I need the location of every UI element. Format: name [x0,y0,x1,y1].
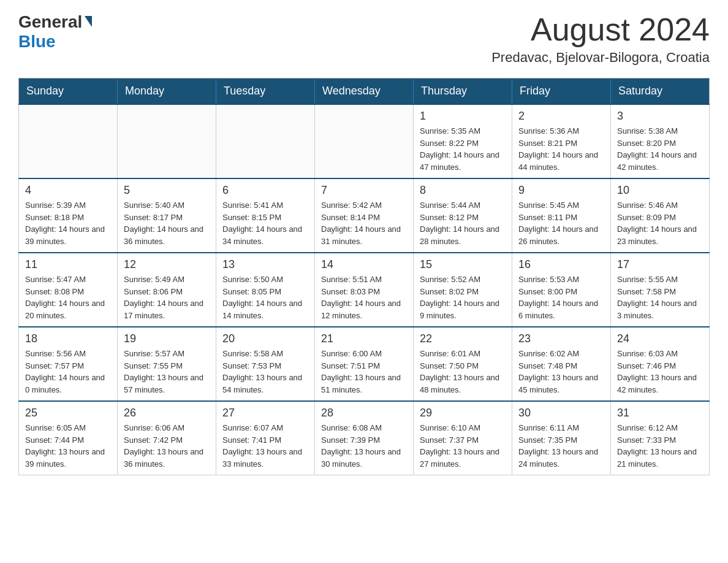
day-number: 11 [25,258,111,271]
calendar-cell [216,104,315,178]
logo: General Blue [18,12,92,52]
day-info: Sunrise: 6:02 AM Sunset: 7:48 PM Dayligh… [518,348,604,396]
calendar-cell: 4Sunrise: 5:39 AM Sunset: 8:18 PM Daylig… [19,178,118,253]
day-info: Sunrise: 5:39 AM Sunset: 8:18 PM Dayligh… [25,199,111,247]
calendar-cell [19,104,118,178]
calendar-cell: 16Sunrise: 5:53 AM Sunset: 8:00 PM Dayli… [512,253,611,327]
day-info: Sunrise: 5:36 AM Sunset: 8:21 PM Dayligh… [518,125,604,173]
day-number: 10 [617,184,703,197]
day-number: 1 [420,110,506,123]
logo-arrow-icon [85,16,92,27]
calendar-week-row: 1Sunrise: 5:35 AM Sunset: 8:22 PM Daylig… [19,104,710,178]
calendar-cell: 21Sunrise: 6:00 AM Sunset: 7:51 PM Dayli… [315,327,414,401]
day-info: Sunrise: 5:40 AM Sunset: 8:17 PM Dayligh… [124,199,210,247]
day-info: Sunrise: 6:06 AM Sunset: 7:42 PM Dayligh… [124,422,210,470]
month-title: August 2024 [491,12,710,47]
day-number: 15 [420,258,506,271]
calendar-cell: 22Sunrise: 6:01 AM Sunset: 7:50 PM Dayli… [414,327,512,401]
day-number: 7 [321,184,407,197]
calendar-cell: 24Sunrise: 6:03 AM Sunset: 7:46 PM Dayli… [611,327,710,401]
day-info: Sunrise: 5:50 AM Sunset: 8:05 PM Dayligh… [222,274,308,321]
day-number: 3 [617,110,703,123]
day-number: 9 [518,184,604,197]
day-info: Sunrise: 5:51 AM Sunset: 8:03 PM Dayligh… [321,274,407,321]
calendar-cell: 25Sunrise: 6:05 AM Sunset: 7:44 PM Dayli… [19,401,118,475]
calendar-cell: 1Sunrise: 5:35 AM Sunset: 8:22 PM Daylig… [414,104,512,178]
calendar-cell: 29Sunrise: 6:10 AM Sunset: 7:37 PM Dayli… [414,401,512,475]
calendar-cell: 5Sunrise: 5:40 AM Sunset: 8:17 PM Daylig… [118,178,216,253]
day-number: 22 [420,332,506,345]
day-info: Sunrise: 5:53 AM Sunset: 8:00 PM Dayligh… [518,274,604,321]
calendar-cell: 6Sunrise: 5:41 AM Sunset: 8:15 PM Daylig… [216,178,315,253]
calendar-cell: 2Sunrise: 5:36 AM Sunset: 8:21 PM Daylig… [512,104,611,178]
calendar-cell: 10Sunrise: 5:46 AM Sunset: 8:09 PM Dayli… [611,178,710,253]
page-header: General Blue August 2024 Predavac, Bjelo… [18,12,710,66]
calendar-cell: 28Sunrise: 6:08 AM Sunset: 7:39 PM Dayli… [315,401,414,475]
calendar-cell: 18Sunrise: 5:56 AM Sunset: 7:57 PM Dayli… [19,327,118,401]
day-of-week-thursday: Thursday [414,79,512,105]
calendar-cell: 7Sunrise: 5:42 AM Sunset: 8:14 PM Daylig… [315,178,414,253]
calendar-cell: 26Sunrise: 6:06 AM Sunset: 7:42 PM Dayli… [118,401,216,475]
calendar-cell: 12Sunrise: 5:49 AM Sunset: 8:06 PM Dayli… [118,253,216,327]
day-info: Sunrise: 5:56 AM Sunset: 7:57 PM Dayligh… [25,348,111,396]
calendar-cell [118,104,216,178]
calendar-cell [315,104,414,178]
day-info: Sunrise: 5:41 AM Sunset: 8:15 PM Dayligh… [222,199,308,247]
day-number: 13 [222,258,308,271]
calendar-cell: 9Sunrise: 5:45 AM Sunset: 8:11 PM Daylig… [512,178,611,253]
day-of-week-sunday: Sunday [19,79,118,105]
calendar-cell: 27Sunrise: 6:07 AM Sunset: 7:41 PM Dayli… [216,401,315,475]
calendar-cell: 20Sunrise: 5:58 AM Sunset: 7:53 PM Dayli… [216,327,315,401]
day-number: 16 [518,258,604,271]
calendar-cell: 13Sunrise: 5:50 AM Sunset: 8:05 PM Dayli… [216,253,315,327]
day-info: Sunrise: 5:58 AM Sunset: 7:53 PM Dayligh… [222,348,308,396]
calendar-cell: 15Sunrise: 5:52 AM Sunset: 8:02 PM Dayli… [414,253,512,327]
day-info: Sunrise: 5:52 AM Sunset: 8:02 PM Dayligh… [420,274,506,321]
day-info: Sunrise: 5:45 AM Sunset: 8:11 PM Dayligh… [518,199,604,247]
day-info: Sunrise: 6:07 AM Sunset: 7:41 PM Dayligh… [222,422,308,470]
calendar-week-row: 4Sunrise: 5:39 AM Sunset: 8:18 PM Daylig… [19,178,710,253]
calendar-week-row: 11Sunrise: 5:47 AM Sunset: 8:08 PM Dayli… [19,253,710,327]
location-text: Predavac, Bjelovar-Bilogora, Croatia [491,50,710,66]
logo-blue-text: Blue [18,32,56,52]
day-number: 24 [617,332,703,345]
calendar-cell: 19Sunrise: 5:57 AM Sunset: 7:55 PM Dayli… [118,327,216,401]
day-info: Sunrise: 6:11 AM Sunset: 7:35 PM Dayligh… [518,422,604,470]
day-number: 4 [25,184,111,197]
day-number: 26 [124,407,210,419]
day-of-week-friday: Friday [512,79,611,105]
day-number: 28 [321,407,407,419]
calendar-cell: 31Sunrise: 6:12 AM Sunset: 7:33 PM Dayli… [611,401,710,475]
logo-general-text: General [18,12,82,32]
calendar-week-row: 25Sunrise: 6:05 AM Sunset: 7:44 PM Dayli… [19,401,710,475]
calendar-table: SundayMondayTuesdayWednesdayThursdayFrid… [18,78,710,475]
day-info: Sunrise: 5:57 AM Sunset: 7:55 PM Dayligh… [124,348,210,396]
calendar-cell: 3Sunrise: 5:38 AM Sunset: 8:20 PM Daylig… [611,104,710,178]
day-number: 21 [321,332,407,345]
day-number: 27 [222,407,308,419]
day-info: Sunrise: 5:38 AM Sunset: 8:20 PM Dayligh… [617,125,703,173]
day-number: 23 [518,332,604,345]
calendar-cell: 14Sunrise: 5:51 AM Sunset: 8:03 PM Dayli… [315,253,414,327]
day-info: Sunrise: 5:55 AM Sunset: 7:58 PM Dayligh… [617,274,703,321]
day-info: Sunrise: 5:47 AM Sunset: 8:08 PM Dayligh… [25,274,111,321]
day-number: 19 [124,332,210,345]
day-of-week-tuesday: Tuesday [216,79,315,105]
day-info: Sunrise: 5:42 AM Sunset: 8:14 PM Dayligh… [321,199,407,247]
day-number: 18 [25,332,111,345]
day-info: Sunrise: 6:12 AM Sunset: 7:33 PM Dayligh… [617,422,703,470]
day-number: 29 [420,407,506,419]
day-of-week-wednesday: Wednesday [315,79,414,105]
day-number: 20 [222,332,308,345]
day-of-week-saturday: Saturday [611,79,710,105]
day-number: 31 [617,407,703,419]
day-info: Sunrise: 5:49 AM Sunset: 8:06 PM Dayligh… [124,274,210,321]
day-info: Sunrise: 5:44 AM Sunset: 8:12 PM Dayligh… [420,199,506,247]
day-number: 6 [222,184,308,197]
day-number: 25 [25,407,111,419]
calendar-cell: 23Sunrise: 6:02 AM Sunset: 7:48 PM Dayli… [512,327,611,401]
day-info: Sunrise: 6:08 AM Sunset: 7:39 PM Dayligh… [321,422,407,470]
day-number: 14 [321,258,407,271]
day-of-week-monday: Monday [118,79,216,105]
day-number: 8 [420,184,506,197]
